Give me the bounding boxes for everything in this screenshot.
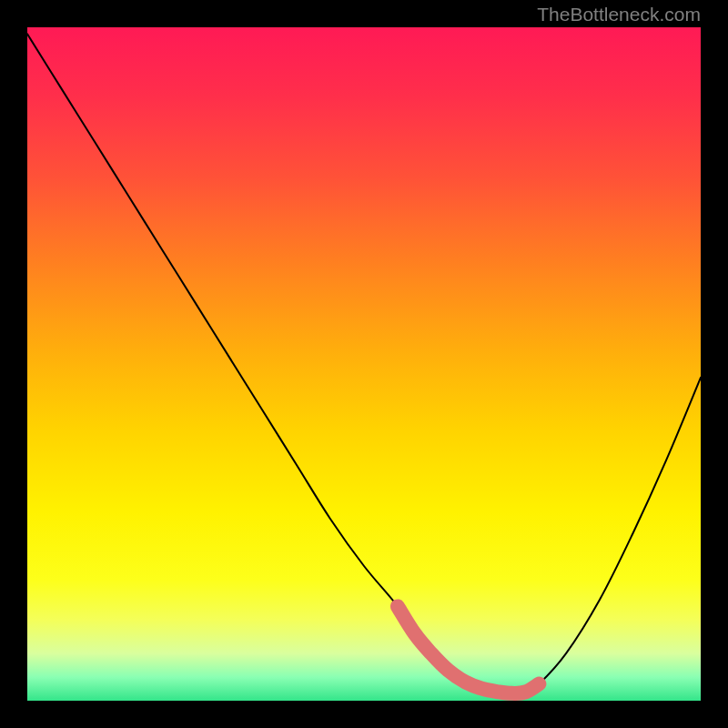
optimal-range-highlight <box>398 606 539 693</box>
plot-area <box>27 27 701 701</box>
curve-layer <box>27 27 701 701</box>
chart-frame: TheBottleneck.com <box>0 0 728 728</box>
bottleneck-curve <box>27 34 701 693</box>
watermark-text: TheBottleneck.com <box>537 4 701 25</box>
